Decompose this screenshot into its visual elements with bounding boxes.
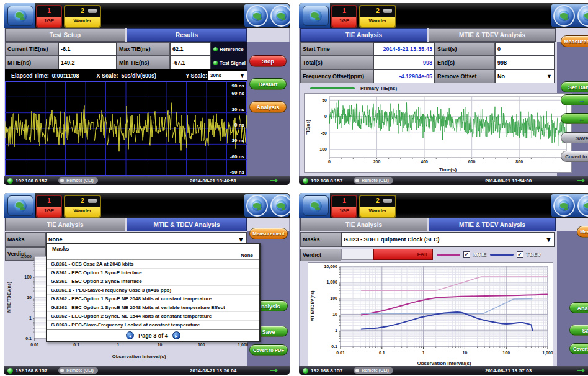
mask-option[interactable]: G.8262 - EEC-Option 1 SyncE NE 2048 kbit…	[47, 303, 259, 312]
globe-nav-button-1[interactable]	[246, 195, 268, 217]
test-signal-led-icon	[213, 61, 218, 65]
x-scale-label: X Scale:	[96, 73, 118, 79]
end-s-label: End(s)	[435, 56, 495, 69]
measurement-button[interactable]: Measurement	[577, 226, 588, 238]
port-2-button[interactable]: 2 Wander	[64, 5, 101, 28]
port-2-label: Wander	[65, 207, 100, 217]
svg-text:Observation Interval(s): Observation Interval(s)	[417, 360, 471, 366]
port-1-button[interactable]: 1 1GE	[36, 195, 62, 218]
top-bar: 1 1GE 2 Wander	[4, 193, 290, 218]
port-1-label: 1GE	[332, 17, 356, 27]
home-globe-button[interactable]	[303, 6, 329, 26]
svg-text:100: 100	[24, 275, 32, 279]
tab-bar: TIE Analysis MTIE & TDEV Analysis	[5, 218, 247, 231]
mask-option[interactable]: G.8261 - EEC Option 2 SyncE Interface	[47, 277, 259, 286]
stop-button[interactable]: Stop	[249, 55, 287, 67]
convert-to-pdf-button[interactable]: Covert to PDF	[249, 344, 288, 356]
port-2-button[interactable]: 2 Wander	[359, 195, 396, 218]
svg-text:0.1: 0.1	[73, 342, 79, 347]
right-arrow-icon: →	[579, 96, 586, 104]
pan-right-button[interactable]: →	[561, 94, 588, 105]
mtie-tdev-chart: 0.010.11101001,00010,0001,0001001010.1Ob…	[308, 262, 553, 367]
measurement-button[interactable]: Measurement	[249, 228, 288, 239]
restart-button[interactable]: Restart	[249, 78, 287, 90]
tdev-checkbox[interactable]: ✓	[517, 251, 523, 258]
home-globe-button[interactable]	[303, 195, 329, 216]
svg-text:1: 1	[29, 316, 32, 320]
tab-test-setup[interactable]: Test Setup	[5, 28, 125, 42]
globe-nav-button-1[interactable]	[246, 5, 268, 27]
tab-mtie-tdev-analysis[interactable]: MTIE & TDEV Analysis	[429, 28, 556, 42]
masks-pager: ◄ Page 3 of 4 ►	[47, 329, 259, 341]
tab-mtie-tdev-analysis[interactable]: MTIE & TDEV Analysis	[429, 218, 556, 231]
mask-option[interactable]: G.8262 - EEC-Option 1 SyncE NE 2048 kbit…	[47, 295, 259, 303]
globe-nav-button-1[interactable]	[553, 5, 575, 27]
chevron-down-icon: ▼	[545, 233, 552, 246]
globe-nav-button-2[interactable]	[577, 195, 588, 217]
globe-icon	[559, 200, 569, 211]
mask-option[interactable]: G.8262 - EEC-Option 2 SyncE NE 1544 kbit…	[47, 312, 259, 321]
analysis-button[interactable]: Analysis	[249, 101, 287, 113]
home-globe-button[interactable]	[7, 195, 33, 216]
tab-results[interactable]: Results	[127, 28, 247, 42]
globe-nav-button-2[interactable]	[577, 5, 588, 27]
save-button[interactable]: Save	[561, 132, 588, 143]
masks-label: Masks	[5, 232, 46, 247]
svg-text:0: 0	[328, 159, 331, 164]
mask-option-none[interactable]: None	[47, 253, 259, 260]
verdict-label: Verdict	[300, 249, 341, 261]
tab-tie-analysis[interactable]: TIE Analysis	[5, 218, 125, 231]
y-scale-dropdown[interactable]: 30ns ▼	[208, 71, 247, 80]
svg-text:-30 ns: -30 ns	[230, 138, 245, 143]
port-2-button[interactable]: 2 Wander	[64, 195, 101, 218]
connection-status-icon	[303, 368, 308, 374]
globe-nav-button-1[interactable]	[553, 195, 575, 217]
mtie-checkbox[interactable]: ✓	[463, 251, 470, 258]
masks-dropdown[interactable]: G.823 - SDH Equipment Clock (SEC) ▼	[341, 232, 555, 247]
port-1-button[interactable]: 1 1GE	[36, 5, 62, 28]
set-range-button[interactable]: Set Range	[561, 81, 588, 92]
convert-to-pdf-button[interactable]: Covert to PDF	[569, 343, 588, 354]
svg-text:50: 50	[322, 98, 327, 102]
mtie-legend-line	[437, 254, 460, 256]
min-tie-value: -67.1	[170, 56, 211, 69]
port-1-button[interactable]: 1 1GE	[331, 195, 357, 218]
svg-text:1: 1	[335, 328, 337, 333]
transfer-arrows-icon	[270, 177, 278, 184]
pan-left-button[interactable]: ←	[561, 113, 588, 124]
mask-option[interactable]: G.8261 - CES Case 2A at 2048 kbits	[47, 260, 259, 269]
tab-mtie-tdev-analysis[interactable]: MTIE & TDEV Analysis	[127, 218, 247, 231]
remove-offset-dropdown[interactable]: No ▼	[495, 69, 555, 83]
globe-nav-button-2[interactable]	[270, 195, 290, 217]
globe-nav-button-2[interactable]	[270, 5, 290, 27]
port-1-button[interactable]: 1 1GE	[331, 5, 357, 28]
home-globe-button[interactable]	[7, 6, 33, 26]
end-s-value[interactable]: 998	[495, 56, 555, 69]
analysis-button[interactable]: Analysis	[569, 302, 588, 313]
svg-text:0.01: 0.01	[336, 351, 345, 355]
tab-tie-analysis[interactable]: TIE Analysis	[300, 28, 427, 42]
start-s-value[interactable]: 0	[495, 42, 555, 56]
top-bar-right-zone	[244, 4, 290, 27]
start-time-value: 2014-8-21 13:35:43	[373, 42, 435, 56]
measurement-button[interactable]: Measurement	[561, 35, 588, 47]
page-next-button[interactable]: ►	[172, 331, 180, 339]
current-tie-value: -6.1	[58, 42, 117, 56]
mask-option[interactable]: G.8263 - PEC-Slave-Frequency Locked at c…	[47, 321, 259, 329]
svg-text:Time(s): Time(s)	[439, 167, 457, 172]
ip-address: 192.168.8.157	[311, 178, 342, 184]
start-s-label: Start(s)	[435, 42, 495, 56]
save-button[interactable]: Save	[569, 325, 588, 336]
top-bar-right-zone	[551, 194, 588, 217]
tab-tie-analysis[interactable]: TIE Analysis	[300, 218, 427, 231]
globe-icon	[14, 10, 27, 22]
svg-text:100: 100	[330, 296, 337, 300]
mask-option[interactable]: G.8261 - EEC Option 1 SyncE Interface	[47, 269, 259, 277]
remote-cli-badge: Remote (CLI)	[354, 367, 393, 374]
port-2-button[interactable]: 2 Wander	[359, 5, 396, 28]
page-previous-button[interactable]: ◄	[126, 331, 134, 339]
mtie-legend-label: MTIE	[473, 251, 487, 257]
convert-to-pdf-button[interactable]: Covert to PDF	[561, 151, 588, 162]
remote-cli-badge: Remote (CLI)	[58, 367, 98, 374]
mask-option[interactable]: G.8261.1 - PEC-Slave-Frequency Case 3 (n…	[47, 286, 259, 295]
